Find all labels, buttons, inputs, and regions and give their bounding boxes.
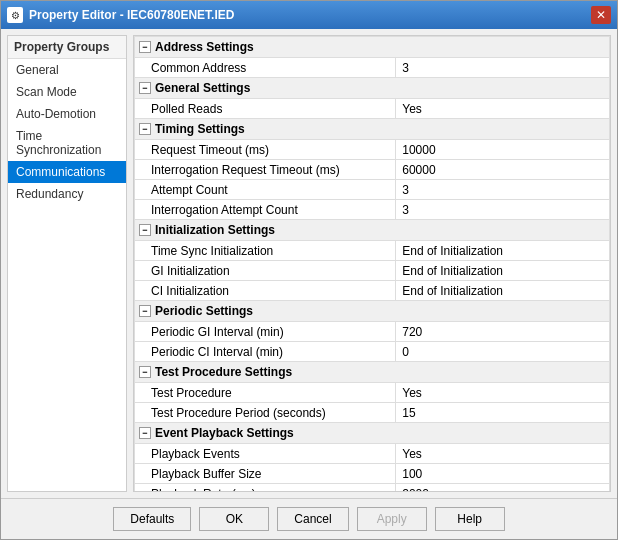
section-address-label: Address Settings xyxy=(155,40,254,54)
prop-value[interactable]: 3 xyxy=(396,200,610,220)
prop-name: Playback Buffer Size xyxy=(135,464,396,484)
prop-value[interactable]: Yes xyxy=(396,444,610,464)
prop-name: Polled Reads xyxy=(135,99,396,119)
section-periodic-label: Periodic Settings xyxy=(155,304,253,318)
sidebar-item-time-sync[interactable]: Time Synchronization xyxy=(8,125,126,161)
section-test-label: Test Procedure Settings xyxy=(155,365,292,379)
prop-value[interactable]: 3 xyxy=(396,58,610,78)
table-row: CI Initialization End of Initialization xyxy=(135,281,610,301)
sidebar-item-general[interactable]: General xyxy=(8,59,126,81)
prop-name: GI Initialization xyxy=(135,261,396,281)
sidebar-item-redundancy[interactable]: Redundancy xyxy=(8,183,126,205)
sidebar-item-auto-demotion[interactable]: Auto-Demotion xyxy=(8,103,126,125)
prop-value[interactable]: 10000 xyxy=(396,140,610,160)
table-row: Periodic GI Interval (min) 720 xyxy=(135,322,610,342)
section-test-procedure: − Test Procedure Settings xyxy=(135,362,610,383)
table-row: Time Sync Initialization End of Initiali… xyxy=(135,241,610,261)
section-timing-label: Timing Settings xyxy=(155,122,245,136)
prop-name: Request Timeout (ms) xyxy=(135,140,396,160)
table-row: Interrogation Attempt Count 3 xyxy=(135,200,610,220)
prop-value[interactable]: End of Initialization xyxy=(396,281,610,301)
sidebar-item-scan-mode[interactable]: Scan Mode xyxy=(8,81,126,103)
property-editor-window: ⚙ Property Editor - IEC60780ENET.IED ✕ P… xyxy=(0,0,618,540)
property-table: − Address Settings Common Address 3 xyxy=(134,36,610,492)
collapse-timing-btn[interactable]: − xyxy=(139,123,151,135)
section-general: − General Settings xyxy=(135,78,610,99)
table-row: Playback Buffer Size 100 xyxy=(135,464,610,484)
prop-name: Periodic CI Interval (min) xyxy=(135,342,396,362)
table-row: Playback Events Yes xyxy=(135,444,610,464)
prop-value[interactable]: End of Initialization xyxy=(396,241,610,261)
ok-button[interactable]: OK xyxy=(199,507,269,531)
prop-name: Interrogation Attempt Count xyxy=(135,200,396,220)
collapse-test-btn[interactable]: − xyxy=(139,366,151,378)
prop-name: Playback Events xyxy=(135,444,396,464)
prop-value[interactable]: 60000 xyxy=(396,160,610,180)
prop-name: Test Procedure xyxy=(135,383,396,403)
section-init-label: Initialization Settings xyxy=(155,223,275,237)
section-general-label: General Settings xyxy=(155,81,250,95)
help-button[interactable]: Help xyxy=(435,507,505,531)
prop-name: Time Sync Initialization xyxy=(135,241,396,261)
prop-name: Test Procedure Period (seconds) xyxy=(135,403,396,423)
prop-value[interactable]: 720 xyxy=(396,322,610,342)
prop-value[interactable]: End of Initialization xyxy=(396,261,610,281)
prop-name: CI Initialization xyxy=(135,281,396,301)
table-row: Request Timeout (ms) 10000 xyxy=(135,140,610,160)
prop-value[interactable]: 3 xyxy=(396,180,610,200)
table-row: GI Initialization End of Initialization xyxy=(135,261,610,281)
table-row: Test Procedure Yes xyxy=(135,383,610,403)
section-address: − Address Settings xyxy=(135,37,610,58)
table-row: Polled Reads Yes xyxy=(135,99,610,119)
table-row: Attempt Count 3 xyxy=(135,180,610,200)
section-timing: − Timing Settings xyxy=(135,119,610,140)
prop-value[interactable]: 15 xyxy=(396,403,610,423)
collapse-event-btn[interactable]: − xyxy=(139,427,151,439)
section-periodic: − Periodic Settings xyxy=(135,301,610,322)
table-row: Interrogation Request Timeout (ms) 60000 xyxy=(135,160,610,180)
prop-name: Periodic GI Interval (min) xyxy=(135,322,396,342)
prop-name: Common Address xyxy=(135,58,396,78)
prop-value[interactable]: 2000 xyxy=(396,484,610,493)
collapse-periodic-btn[interactable]: − xyxy=(139,305,151,317)
section-initialization: − Initialization Settings xyxy=(135,220,610,241)
collapse-address-btn[interactable]: − xyxy=(139,41,151,53)
prop-name: Attempt Count xyxy=(135,180,396,200)
prop-value[interactable]: 100 xyxy=(396,464,610,484)
app-icon: ⚙ xyxy=(7,7,23,23)
table-row: Playback Rate (ms) 2000 xyxy=(135,484,610,493)
collapse-general-btn[interactable]: − xyxy=(139,82,151,94)
prop-value[interactable]: Yes xyxy=(396,383,610,403)
sidebar: Property Groups General Scan Mode Auto-D… xyxy=(7,35,127,492)
close-button[interactable]: ✕ xyxy=(591,6,611,24)
footer: Defaults OK Cancel Apply Help xyxy=(1,498,617,539)
collapse-init-btn[interactable]: − xyxy=(139,224,151,236)
main-content: Property Groups General Scan Mode Auto-D… xyxy=(1,29,617,498)
prop-value[interactable]: 0 xyxy=(396,342,610,362)
table-row: Common Address 3 xyxy=(135,58,610,78)
sidebar-item-communications[interactable]: Communications xyxy=(8,161,126,183)
cancel-button[interactable]: Cancel xyxy=(277,507,348,531)
sidebar-header: Property Groups xyxy=(8,36,126,59)
defaults-button[interactable]: Defaults xyxy=(113,507,191,531)
table-row: Test Procedure Period (seconds) 15 xyxy=(135,403,610,423)
title-bar: ⚙ Property Editor - IEC60780ENET.IED ✕ xyxy=(1,1,617,29)
apply-button[interactable]: Apply xyxy=(357,507,427,531)
window-title: Property Editor - IEC60780ENET.IED xyxy=(29,8,585,22)
table-row: Periodic CI Interval (min) 0 xyxy=(135,342,610,362)
prop-name: Playback Rate (ms) xyxy=(135,484,396,493)
section-event-label: Event Playback Settings xyxy=(155,426,294,440)
section-event-playback: − Event Playback Settings xyxy=(135,423,610,444)
prop-value[interactable]: Yes xyxy=(396,99,610,119)
properties-panel: − Address Settings Common Address 3 xyxy=(133,35,611,492)
prop-name: Interrogation Request Timeout (ms) xyxy=(135,160,396,180)
